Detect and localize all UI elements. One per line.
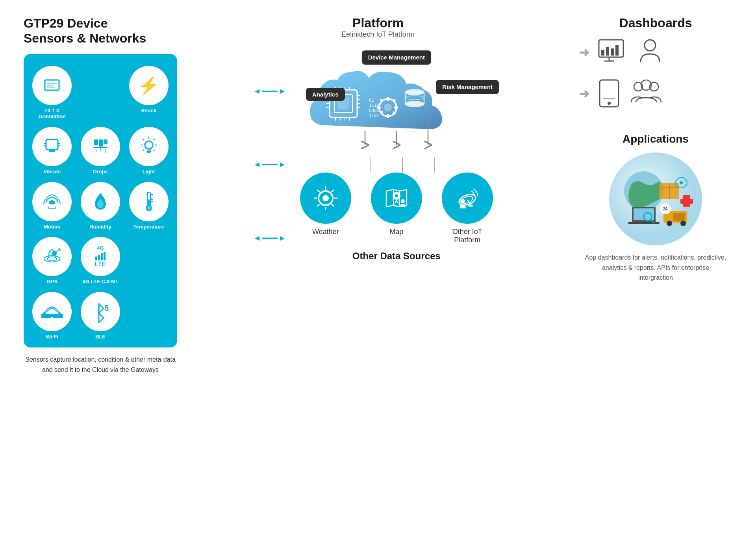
applications-circle: 24 <box>608 152 703 246</box>
sensor-label-humidity: Humidity <box>89 224 111 230</box>
svg-point-28 <box>51 200 53 202</box>
analytics-tag: Analytics <box>306 88 345 101</box>
sensor-label-light: Light <box>143 169 155 175</box>
svg-line-98 <box>317 190 320 192</box>
sensor-box: TILT & Orientation ⚡ Shock <box>24 54 177 348</box>
sensor-item-motion: Motion <box>32 182 73 230</box>
connector-2 <box>402 157 403 173</box>
sensor-circle-shock: ⚡ <box>129 66 169 105</box>
left-title-line1: GTP29 Device <box>24 16 107 30</box>
svg-rect-80 <box>377 106 381 109</box>
svg-point-102 <box>322 195 329 201</box>
svg-point-35 <box>147 206 151 210</box>
svg-rect-117 <box>615 45 619 56</box>
map-circle <box>371 173 422 224</box>
svg-rect-79 <box>387 114 389 118</box>
sensor-label-tilt: TILT & Orientation <box>32 108 73 120</box>
sensor-item-humidity: Humidity <box>80 182 121 230</box>
middle-panel: Platform Eelinktech IoT Platform ◄► ◄► ◄… <box>189 16 567 275</box>
sensor-label-ble: BLE <box>95 334 106 340</box>
drops-icon <box>90 136 111 157</box>
map-label: Map <box>389 228 403 236</box>
data-source-weather: Weather <box>300 173 351 236</box>
sensor-label-shock: Shock <box>141 108 156 114</box>
ble-icon: 5 <box>89 300 112 323</box>
svg-text:5: 5 <box>104 304 109 312</box>
svg-rect-25 <box>147 150 151 152</box>
svg-text:01: 01 <box>369 98 374 103</box>
dashboards-title: Dashboards <box>579 16 732 30</box>
other-iot-label: Other IoT Platform <box>452 228 482 244</box>
main-container: GTP29 Device Sensors & Networks TILT & O… <box>0 0 756 535</box>
svg-point-107 <box>401 199 405 203</box>
weather-label: Weather <box>312 228 339 236</box>
weather-icon <box>311 184 340 212</box>
svg-rect-111 <box>468 204 473 207</box>
svg-text:1101: 1101 <box>369 113 380 118</box>
sensor-item-temperature: Temperature <box>128 182 169 230</box>
svg-point-49 <box>51 317 53 319</box>
person-icon-1 <box>638 38 662 67</box>
arrow-3: ◄► <box>253 234 286 243</box>
svg-point-138 <box>680 221 686 226</box>
svg-rect-142 <box>680 199 693 204</box>
svg-rect-134 <box>628 222 660 224</box>
sensor-item-lte: 4G LTE 4G LTE Cat M1 <box>80 237 121 285</box>
device-mgmt-label: Device Management <box>368 54 425 61</box>
sensor-circle-lte: 4G LTE <box>81 237 120 276</box>
left-panel: GTP29 Device Sensors & Networks TILT & O… <box>24 16 189 375</box>
right-panel: Dashboards ➜ <box>567 16 732 283</box>
apps-globe-svg: 24 <box>608 152 703 246</box>
svg-rect-81 <box>394 106 398 109</box>
sensor-circle-temperature <box>129 182 169 221</box>
sensor-circle-wifi <box>32 292 72 331</box>
applications-title: Applications <box>623 133 689 145</box>
sensor-label-wifi: Wi-Fi <box>46 334 59 340</box>
svg-rect-11 <box>99 139 103 147</box>
svg-line-45 <box>59 248 60 249</box>
svg-rect-78 <box>387 97 389 101</box>
left-title-line2: Sensors & Networks <box>24 31 146 45</box>
tilt-icon <box>42 75 62 96</box>
data-sources-title: Other Data Sources <box>352 251 441 262</box>
arrow-to-dashboard-2: ➜ <box>579 86 589 101</box>
arrow-1: ◄► <box>253 87 286 96</box>
risk-management-tag: Risk Management <box>436 80 499 94</box>
map-icon <box>382 184 411 212</box>
svg-rect-116 <box>611 48 614 56</box>
svg-rect-114 <box>601 50 604 56</box>
light-icon <box>139 136 159 157</box>
sensor-item-wifi: Wi-Fi <box>32 292 73 340</box>
weather-circle <box>300 173 351 224</box>
svg-text:24: 24 <box>663 207 668 211</box>
left-title: GTP29 Device Sensors & Networks <box>24 16 189 46</box>
svg-line-19 <box>154 139 155 140</box>
data-source-map: Map <box>371 173 422 236</box>
sensor-item-gps: GPS <box>32 237 73 285</box>
sensor-circle-humidity <box>81 182 120 221</box>
data-source-other-iot: Other IoT Platform <box>442 173 493 244</box>
svg-point-17 <box>145 141 153 149</box>
svg-line-99 <box>332 204 334 206</box>
sensor-item-light: Light <box>128 127 169 175</box>
sensor-label-vibrate: Vibrate <box>43 169 61 175</box>
platform-title: Platform Eelinktech IoT Platform <box>341 16 415 39</box>
arrow-2: ◄► <box>253 160 286 169</box>
svg-rect-4 <box>46 139 58 150</box>
svg-point-112 <box>460 199 465 204</box>
platform-title-main: Platform <box>341 16 415 30</box>
sensor-circle-drops <box>81 127 120 166</box>
svg-rect-9 <box>49 150 55 152</box>
svg-point-106 <box>395 194 398 197</box>
sensor-label-temperature: Temperature <box>133 224 164 230</box>
risk-mgmt-label: Risk Management <box>442 84 493 90</box>
sensor-label-motion: Motion <box>44 224 61 230</box>
sensor-item-ble: 5 BLE <box>80 292 121 340</box>
svg-point-137 <box>667 221 672 226</box>
svg-line-21 <box>154 150 155 151</box>
sensor-circle-ble: 5 <box>81 292 120 331</box>
sensor-label-lte: 4G LTE Cat M1 <box>83 279 119 285</box>
sensor-item-shock: ⚡ Shock <box>128 66 169 120</box>
svg-line-100 <box>332 190 334 192</box>
device-management-tag: Device Management <box>362 50 431 65</box>
